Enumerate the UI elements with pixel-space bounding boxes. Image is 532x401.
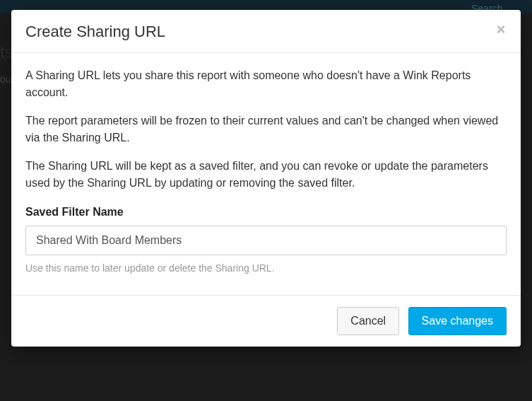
modal-footer: Cancel Save changes: [11, 295, 521, 347]
saved-filter-name-help: Use this name to later update or delete …: [25, 262, 507, 274]
close-icon[interactable]: ×: [494, 23, 508, 37]
description-paragraph-3: The Sharing URL will be kept as a saved …: [25, 158, 507, 192]
saved-filter-name-input[interactable]: [25, 226, 507, 255]
save-changes-button[interactable]: Save changes: [408, 307, 507, 335]
modal-body: A Sharing URL lets you share this report…: [11, 53, 521, 295]
saved-filter-name-label: Saved Filter Name: [25, 206, 507, 219]
cancel-button[interactable]: Cancel: [337, 307, 399, 335]
description-paragraph-1: A Sharing URL lets you share this report…: [25, 67, 507, 101]
create-sharing-url-modal: Create Sharing URL × A Sharing URL lets …: [11, 10, 521, 347]
description-paragraph-2: The report parameters will be frozen to …: [25, 112, 507, 146]
modal-title: Create Sharing URL: [25, 23, 507, 41]
modal-header: Create Sharing URL ×: [11, 10, 521, 53]
